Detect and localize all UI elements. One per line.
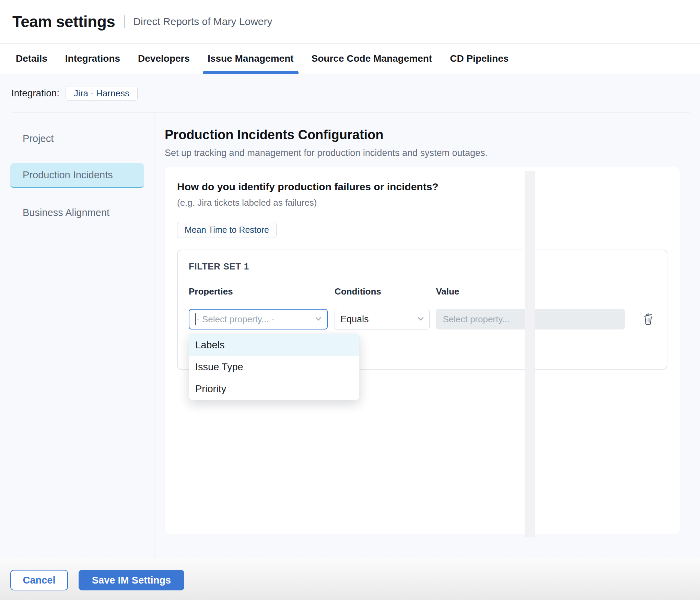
- section-title: Production Incidents Configuration: [165, 128, 700, 142]
- sidebar-item-project[interactable]: Project: [10, 126, 144, 151]
- properties-select-value: - Select property... -: [197, 314, 313, 325]
- tab-details[interactable]: Details: [11, 44, 52, 74]
- question-hint: (e.g. Jira tickets labeled as failures): [177, 197, 667, 208]
- filter-set-box: FILTER SET 1 Properties - Select propert…: [177, 250, 667, 370]
- page-subtitle: Direct Reports of Mary Lowery: [133, 16, 272, 27]
- filter-set-title: FILTER SET 1: [189, 261, 656, 272]
- properties-select[interactable]: - Select property... -: [189, 309, 328, 329]
- sidebar-item-production-incidents[interactable]: Production Incidents: [10, 163, 144, 188]
- dropdown-option-labels[interactable]: Labels: [189, 334, 359, 356]
- main-panel: Production Incidents Configuration Set u…: [154, 112, 700, 558]
- integration-label: Integration:: [11, 88, 59, 99]
- text-caret: [195, 313, 196, 325]
- footer-bar: Cancel Save IM Settings: [0, 558, 700, 600]
- content-area: Project Production Incidents Business Al…: [0, 112, 700, 558]
- tab-bar: Details Integrations Developers Issue Ma…: [0, 44, 700, 74]
- page-header: Team settings Direct Reports of Mary Low…: [0, 0, 700, 44]
- cancel-button[interactable]: Cancel: [10, 570, 68, 590]
- save-im-settings-button[interactable]: Save IM Settings: [79, 570, 184, 590]
- conditions-select-value: Equals: [340, 314, 415, 325]
- conditions-column-label: Conditions: [335, 286, 430, 297]
- page-title: Team settings: [12, 12, 115, 31]
- question-heading: How do you identify production failures …: [177, 181, 667, 193]
- title-separator: [124, 15, 125, 28]
- section-subtitle: Set up tracking and management for produ…: [165, 148, 700, 158]
- tab-integrations[interactable]: Integrations: [60, 44, 125, 74]
- conditions-select[interactable]: Equals: [335, 309, 430, 329]
- tab-developers[interactable]: Developers: [133, 44, 195, 74]
- trash-icon: [642, 312, 654, 327]
- card-scrollbar-track[interactable]: [525, 171, 535, 537]
- integration-row: Integration: Jira - Harness: [0, 74, 700, 112]
- chevron-down-icon: [315, 316, 322, 322]
- properties-dropdown-menu: Labels Issue Type Priority: [189, 334, 360, 400]
- dropdown-option-issue-type[interactable]: Issue Type: [189, 356, 359, 378]
- tab-source-code-management[interactable]: Source Code Management: [307, 44, 437, 74]
- chevron-down-icon: [418, 316, 424, 322]
- settings-sidebar: Project Production Incidents Business Al…: [0, 112, 154, 558]
- integration-chip[interactable]: Jira - Harness: [66, 86, 138, 101]
- filter-row: Properties - Select property... - Condit…: [189, 286, 656, 329]
- mean-time-to-restore-chip[interactable]: Mean Time to Restore: [177, 222, 277, 238]
- sidebar-item-business-alignment[interactable]: Business Alignment: [10, 200, 144, 225]
- incidents-config-card: How do you identify production failures …: [165, 167, 680, 534]
- tab-issue-management[interactable]: Issue Management: [203, 44, 299, 74]
- tab-cd-pipelines[interactable]: CD Pipelines: [445, 44, 513, 74]
- dropdown-option-priority[interactable]: Priority: [189, 378, 359, 400]
- properties-column-label: Properties: [189, 286, 328, 297]
- delete-filter-button[interactable]: [641, 309, 656, 329]
